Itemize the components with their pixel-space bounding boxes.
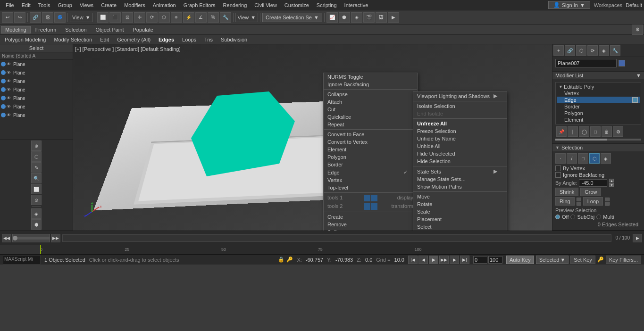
mod-tool-pin[interactable]: 📌 <box>556 126 567 137</box>
rp-create-icon[interactable]: + <box>553 45 564 56</box>
modifier-editable-poly[interactable]: ▼ Editable Poly <box>557 83 640 90</box>
select-region-button[interactable]: ⬛ <box>109 12 121 23</box>
schematic-view-button[interactable]: ⬢ <box>339 12 350 23</box>
list-item[interactable]: 👁 Plane <box>0 68 73 77</box>
by-vertex-checkbox[interactable] <box>555 166 561 171</box>
sel-mode-border[interactable]: □ <box>578 153 588 164</box>
list-item[interactable]: 👁 Plane <box>0 94 73 102</box>
cm-tool-btn-4[interactable] <box>371 203 377 210</box>
cm-tool-btn-3[interactable] <box>364 203 370 210</box>
rp-display-icon[interactable]: ◈ <box>599 45 609 56</box>
viewport[interactable]: [+] [Perspective ] [Standard] [Default S… <box>73 44 552 231</box>
menu-edit[interactable]: Edit <box>18 1 34 9</box>
menu-interactive[interactable]: Interactive <box>341 1 372 9</box>
cm2-placement[interactable]: Placement <box>413 215 507 223</box>
ring-up[interactable] <box>577 198 581 201</box>
ptb-edges[interactable]: Edges <box>155 36 178 43</box>
cm-tool-btn-2[interactable] <box>371 195 377 201</box>
nav-slider-area[interactable] <box>12 234 50 242</box>
sel-mode-vertex[interactable]: · <box>555 153 566 164</box>
next-frame-button[interactable]: ▶▶ <box>51 234 60 242</box>
key-filters-button[interactable]: Key Filters... <box>606 256 641 264</box>
cm-vertex[interactable]: Vertex <box>324 176 417 184</box>
ptb-edit[interactable]: Edit <box>96 36 113 43</box>
cm-ignore-backfacing[interactable]: Ignore Backfacing <box>324 81 417 88</box>
cm-convert-to-vertex[interactable]: Convert to Vertex <box>324 138 417 146</box>
window-crossing-button[interactable]: ⊡ <box>122 12 133 23</box>
cm-split[interactable]: Split <box>324 228 417 231</box>
left-tool-8[interactable]: ⬢ <box>31 219 42 230</box>
render-setup-button[interactable]: 🎬 <box>363 12 375 23</box>
unlink-button[interactable]: ⛓ <box>42 12 53 23</box>
selection-filter-dropdown[interactable]: View ▼ <box>70 13 93 22</box>
modifier-vertex[interactable]: Vertex <box>557 90 640 97</box>
menu-modifiers[interactable]: Modifiers <box>120 1 149 9</box>
left-tool-7[interactable]: ◈ <box>31 208 42 219</box>
rp-utilities-icon[interactable]: 🔧 <box>610 45 620 56</box>
cm-tool-btn-1[interactable] <box>364 195 370 201</box>
modifier-edge[interactable]: Edge <box>557 97 640 103</box>
angle-snap[interactable]: ∠ <box>195 12 207 23</box>
ignore-backfacing-checkbox[interactable] <box>555 172 561 178</box>
object-color-swatch[interactable] <box>619 60 625 66</box>
sel-mode-element[interactable]: ◈ <box>601 153 611 164</box>
tab-freeform[interactable]: Freeform <box>31 26 61 33</box>
create-selection-set-button[interactable]: Create Selection Se ▼ <box>262 13 322 22</box>
tab-modeling[interactable]: Modeling <box>1 26 31 33</box>
menu-animation[interactable]: Animation <box>149 1 180 9</box>
cm2-select[interactable]: Select <box>413 223 507 231</box>
mod-tool-box[interactable]: □ <box>590 126 601 137</box>
sel-mode-edge[interactable]: / <box>567 153 577 164</box>
prev-frame-btn[interactable]: ◀ <box>418 256 428 264</box>
cm2-unhide-all[interactable]: Unhide All <box>413 142 507 150</box>
spinner-snap[interactable]: 🔧 <box>220 12 231 23</box>
tab-object-paint[interactable]: Object Paint <box>92 26 128 33</box>
left-tool-6[interactable]: ⊙ <box>31 195 42 205</box>
rp-motion-icon[interactable]: ⟳ <box>587 45 598 56</box>
curve-editor-button[interactable]: 📈 <box>326 12 338 23</box>
cm-border[interactable]: Border <box>324 161 417 168</box>
left-tool-4[interactable]: 🔍 <box>31 173 42 183</box>
set-key-button[interactable]: Set Key <box>570 256 595 264</box>
ring-down[interactable] <box>577 202 581 206</box>
undo-button[interactable]: ↩ <box>2 12 13 23</box>
redo-button[interactable]: ↪ <box>14 12 25 23</box>
ptb-tris[interactable]: Tris <box>201 36 217 43</box>
mod-tool-config[interactable]: ⚙ <box>613 126 623 137</box>
menu-create[interactable]: Create <box>97 1 120 9</box>
preview-subobj-radio[interactable] <box>570 215 575 219</box>
sub-toolbar-settings[interactable]: ⚙ <box>632 25 643 35</box>
loop-button[interactable]: Loop <box>583 197 603 206</box>
cm2-show-motion-paths[interactable]: Show Motion Paths <box>413 183 507 190</box>
selected-dropdown[interactable]: Selected ▼ <box>536 256 569 264</box>
ptb-geometry-all[interactable]: Geometry (All) <box>113 36 154 43</box>
goto-start-button[interactable]: |◀ <box>408 256 418 264</box>
menu-views[interactable]: Views <box>76 1 97 9</box>
angle-up-button[interactable]: ▲ <box>609 179 614 182</box>
cm2-hide-selection[interactable]: Hide Selection <box>413 157 507 165</box>
mod-tool-pipe[interactable]: | <box>568 126 578 137</box>
sel-mode-polygon[interactable]: ⬡ <box>589 153 600 164</box>
bind-space-warp[interactable]: 🌀 <box>54 12 66 23</box>
prev-frame-button[interactable]: ◀◀ <box>2 234 11 242</box>
cm-edge[interactable]: Edge ✓ <box>324 168 417 176</box>
cm2-rotate[interactable]: Rotate <box>413 200 507 208</box>
ptb-subdivision[interactable]: Subdivision <box>217 36 251 43</box>
cm-create[interactable]: Create <box>324 213 417 221</box>
select-move-button[interactable]: ✛ <box>134 12 145 23</box>
preview-multi-radio[interactable] <box>596 215 601 219</box>
cm-convert-to-face[interactable]: Convert to Face <box>324 131 417 138</box>
cm-remove[interactable]: Remove <box>324 221 417 228</box>
cm2-move[interactable]: Move <box>413 193 507 200</box>
view-dropdown[interactable]: View ▼ <box>235 13 259 22</box>
by-angle-input[interactable] <box>579 179 607 187</box>
cm2-hide-unselected[interactable]: Hide Unselected <box>413 150 507 157</box>
list-item[interactable]: 👁 Plane <box>0 60 73 68</box>
select-object-button[interactable]: ⬜ <box>97 12 109 23</box>
menu-rendering[interactable]: Rendering <box>219 1 251 9</box>
render-button[interactable]: ▶ <box>388 12 399 23</box>
cm2-isolate-selection[interactable]: Isolate Selection <box>413 102 507 110</box>
cm2-freeze-selection[interactable]: Freeze Selection <box>413 127 507 135</box>
cm2-unhide-by-name[interactable]: Unhide by Name <box>413 135 507 142</box>
list-item[interactable]: 👁 Plane <box>0 102 73 111</box>
